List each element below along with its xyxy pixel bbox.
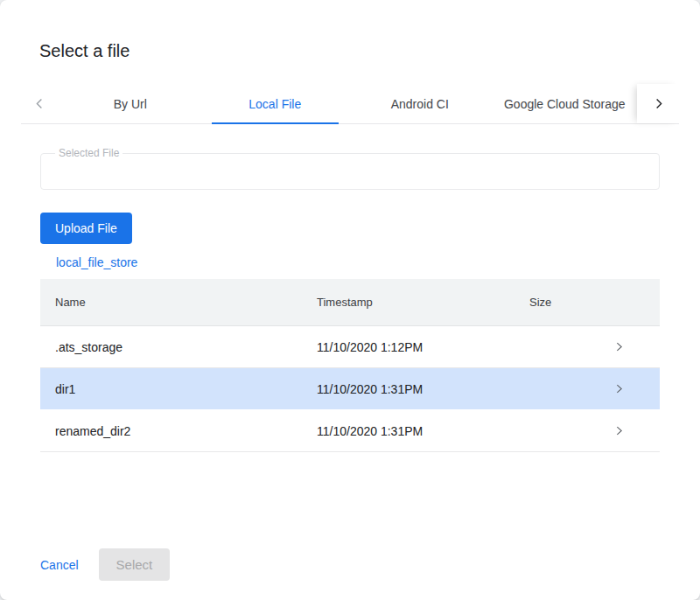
chevron-right-icon bbox=[613, 341, 625, 352]
cell-timestamp: 11/10/2020 1:31PM bbox=[317, 382, 529, 396]
dialog-actions: Cancel Select bbox=[40, 548, 660, 581]
table-row[interactable]: renamed_dir2 11/10/2020 1:31PM bbox=[40, 410, 660, 452]
chevron-left-icon bbox=[33, 97, 46, 110]
column-header-timestamp: Timestamp bbox=[317, 296, 529, 309]
tab-android-ci[interactable]: Android CI bbox=[347, 84, 493, 123]
select-button[interactable]: Select bbox=[99, 548, 171, 581]
selected-file-label: Selected File bbox=[55, 147, 122, 159]
tab-label: Google Cloud Storage bbox=[504, 97, 626, 111]
upload-file-button[interactable]: Upload File bbox=[40, 213, 132, 244]
table-row[interactable]: dir1 11/10/2020 1:31PM bbox=[40, 368, 660, 410]
tab-panel-local-file: Selected File Upload File local_file_sto… bbox=[0, 124, 700, 581]
cancel-button[interactable]: Cancel bbox=[40, 558, 79, 572]
column-header-size: Size bbox=[529, 296, 604, 309]
tab-list: By Url Local File Android CI Google Clou… bbox=[58, 84, 637, 123]
column-header-name: Name bbox=[55, 296, 317, 309]
selected-file-input[interactable] bbox=[52, 159, 648, 178]
tab-label: Local File bbox=[248, 97, 301, 111]
chevron-right-icon bbox=[613, 383, 625, 394]
cell-name: dir1 bbox=[55, 382, 317, 396]
cell-name: renamed_dir2 bbox=[55, 424, 317, 438]
select-file-dialog: Select a file By Url Local File Android … bbox=[0, 0, 700, 600]
chevron-right-icon bbox=[613, 425, 625, 436]
tab-by-url[interactable]: By Url bbox=[58, 84, 203, 123]
cell-timestamp: 11/10/2020 1:31PM bbox=[317, 424, 529, 438]
local-file-store-link[interactable]: local_file_store bbox=[56, 255, 137, 269]
tab-local-file[interactable]: Local File bbox=[203, 84, 348, 123]
file-table: Name Timestamp Size .ats_storage 11/10/2… bbox=[40, 279, 660, 452]
cell-timestamp: 11/10/2020 1:12PM bbox=[317, 340, 529, 354]
selected-file-field: Selected File bbox=[40, 147, 660, 190]
tab-label: By Url bbox=[114, 97, 147, 111]
table-header-row: Name Timestamp Size bbox=[40, 279, 660, 326]
page-title: Select a file bbox=[39, 40, 660, 61]
tabs-scroll-left-button[interactable] bbox=[21, 84, 58, 123]
tabs-scroll-right-button[interactable] bbox=[637, 84, 679, 123]
tab-label: Android CI bbox=[391, 97, 449, 111]
tab-bar: By Url Local File Android CI Google Clou… bbox=[21, 84, 679, 124]
cell-name: .ats_storage bbox=[55, 340, 317, 354]
chevron-right-icon bbox=[652, 97, 665, 110]
table-row[interactable]: .ats_storage 11/10/2020 1:12PM bbox=[40, 326, 660, 368]
tab-google-cloud-storage[interactable]: Google Cloud Storage bbox=[493, 84, 638, 123]
